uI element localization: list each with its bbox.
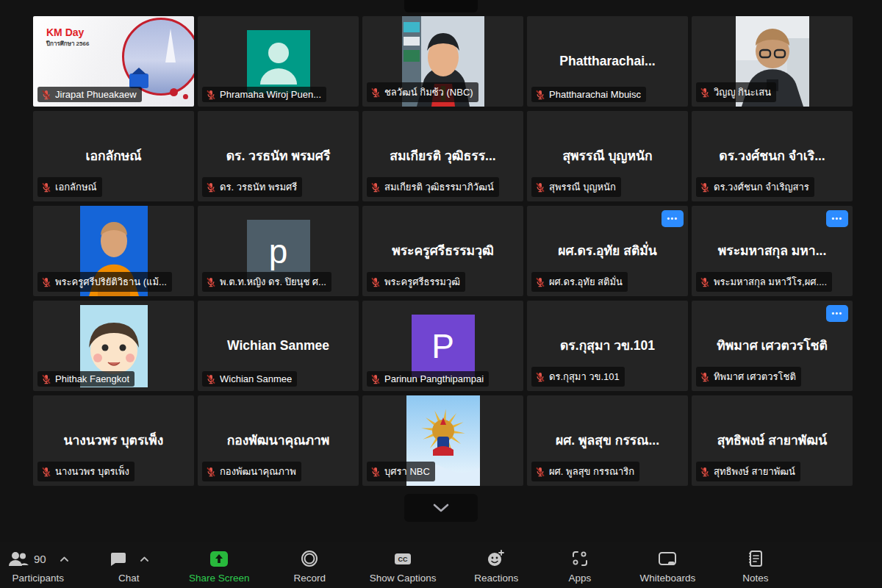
participant-tile[interactable]: Phithak Faengkot [33, 301, 194, 391]
participant-tile[interactable]: p พ.ต.ท.หญิง ดร. ปิยนุช ศ... [198, 206, 359, 296]
muted-mic-icon [370, 277, 381, 287]
participant-name-label: ดร.กุสุมา วข.101 [549, 369, 620, 384]
muted-mic-icon [206, 182, 216, 193]
toolbar-chat-button[interactable]: Chat [105, 548, 152, 584]
participant-name-label: พ.ต.ท.หญิง ดร. ปิยนุช ศ... [220, 274, 326, 290]
reactions-icon [487, 549, 506, 568]
participant-name-label: Phramaha Wiroj Puen... [220, 89, 321, 100]
participant-name-label: บุศรา NBC [384, 464, 430, 479]
participant-tile[interactable]: ดร. วรธนัท พรมศรี ดร. วรธนัท พรมศรี [198, 111, 359, 201]
gallery-next-button[interactable] [404, 494, 478, 522]
letter-avatar: P [412, 315, 475, 378]
participant-name-label: นางนวพร บุตรเพ็ง [55, 464, 129, 479]
muted-mic-icon [370, 87, 381, 98]
participant-tile[interactable]: Phattharachai... Phattharachai Mbuisc [527, 16, 688, 107]
chevron-up-icon [140, 556, 149, 562]
participant-tile[interactable]: ชลวัฒน์ กิมซ้ว (NBC) [362, 16, 523, 107]
participant-tile[interactable]: ผศ.ดร.อุทัย สติมั่น••• ผศ.ดร.อุทัย สติมั… [527, 206, 688, 296]
participant-name-label: ดร. วรธนัท พรมศรี [220, 179, 297, 195]
participant-tile[interactable]: ผศ. พูลสุข กรรณ... ผศ. พูลสุข กรรณาริก [527, 395, 688, 486]
participant-name-tag: สมเกียรติ วุฒิธรรมาภิวัฒน์ [367, 177, 499, 197]
participants-grid: KM Day ปีการศึกษา 2566 Jirapat Phueakaew… [33, 16, 853, 486]
toolbar-record-button[interactable]: Record [286, 548, 333, 584]
participant-name-tag: ดร. วรธนัท พรมศรี [202, 177, 302, 197]
muted-mic-icon [41, 182, 51, 193]
participant-name-label: พระมหาสกุล มหาวีโร,ผศ.... [714, 274, 827, 290]
participant-name-tag: ผศ.ดร.อุทัย สติมั่น [531, 272, 628, 292]
participant-name-label: พระครูศรีปริยัติวิธาน (แม้... [55, 274, 167, 290]
chevron-up-icon [60, 556, 69, 562]
participant-name-tag: ผศ. พูลสุข กรรณาริก [531, 462, 639, 481]
participant-tile[interactable]: สุทธิพงษ์ สายาพัฒน์ สุทธิพงษ์ สายาพัฒน์ [692, 395, 853, 486]
participant-name-tag: Phithak Faengkot [37, 371, 135, 387]
participant-name-tag: Jirapat Phueakaew [37, 87, 142, 102]
toolbar-chat-caret[interactable] [140, 556, 149, 562]
participant-tile[interactable]: ดร.วงศ์ชนก จำเริ... ดร.วงศ์ชนก จำเริญสาร [692, 111, 853, 201]
participant-name-tag: กองพัฒนาคุณภาพ [202, 462, 301, 481]
participant-name-label: Phattharachai Mbuisc [549, 89, 641, 100]
toolbar-notes-button[interactable]: Notes [732, 548, 779, 584]
muted-mic-icon [41, 277, 51, 287]
toolbar-share-screen-button[interactable]: Share Screen [189, 548, 250, 584]
participant-tile[interactable]: ทิพมาศ เศวตวรโชติ••• ทิพมาศ เศวตวรโชติ [692, 301, 853, 391]
toolbar-participants-button[interactable]: 90 Participants [7, 548, 69, 584]
muted-mic-icon [370, 182, 381, 193]
participant-name-label: ผศ. พูลสุข กรรณาริก [549, 464, 634, 479]
participant-tile[interactable]: พระครูศรีปริยัติวิธาน (แม้... [33, 206, 194, 296]
participant-name-tag: สุพรรณี บุญหนัก [531, 177, 621, 197]
participant-tile[interactable]: Phramaha Wiroj Puen... [198, 16, 359, 107]
toolbar-record-label: Record [293, 573, 326, 584]
muted-mic-icon [370, 467, 381, 477]
slide-logo [129, 74, 148, 88]
muted-mic-icon [41, 374, 51, 384]
participant-tile[interactable]: สมเกียรติ วุฒิธรร... สมเกียรติ วุฒิธรรมา… [362, 111, 523, 201]
participant-name-label: Wichian Sanmee [220, 373, 292, 384]
muted-mic-icon [535, 182, 545, 193]
toolbar-show-captions-button[interactable]: CC Show Captions [370, 548, 437, 584]
participant-name-tag: Wichian Sanmee [202, 371, 297, 387]
toolbar-show-captions-label: Show Captions [370, 573, 437, 584]
participant-name-label: Phithak Faengkot [55, 373, 129, 384]
participant-tile[interactable]: บุศรา NBC [362, 395, 523, 486]
participant-name-tag: พ.ต.ท.หญิง ดร. ปิยนุช ศ... [202, 272, 331, 292]
participant-name-label: ทิพมาศ เศวตวรโชติ [714, 369, 796, 384]
participant-tile[interactable]: Wichian Sanmee Wichian Sanmee [198, 301, 359, 391]
more-options-button[interactable]: ••• [826, 210, 848, 227]
muted-mic-icon [700, 277, 710, 287]
gallery-prev-button[interactable] [404, 0, 478, 12]
apps-icon [571, 550, 589, 567]
more-options-button[interactable]: ••• [662, 210, 684, 227]
participant-name-tag: ชลวัฒน์ กิมซ้ว (NBC) [367, 82, 478, 102]
participant-tile[interactable]: ดร.กุสุมา วข.101 ดร.กุสุมา วข.101 [527, 301, 688, 391]
toolbar-reactions-button[interactable]: Reactions [473, 548, 520, 584]
muted-mic-icon [41, 467, 51, 477]
slide-title: KM Day [46, 26, 84, 38]
participant-tile[interactable]: กองพัฒนาคุณภาพ กองพัฒนาคุณภาพ [198, 395, 359, 486]
meeting-stage: KM Day ปีการศึกษา 2566 Jirapat Phueakaew… [0, 0, 882, 542]
toolbar-apps-button[interactable]: Apps [556, 548, 603, 584]
participant-name-tag: พระมหาสกุล มหาวีโร,ผศ.... [696, 272, 832, 292]
participant-tile[interactable]: พระครูศรีธรรมวุฒิ พระครูศรีธรรมวุฒิ [362, 206, 523, 296]
toolbar-participants-caret[interactable] [60, 556, 69, 562]
toolbar-whiteboards-button[interactable]: Whiteboards [640, 548, 696, 584]
participant-tile[interactable]: พระมหาสกุล มหา...••• พระมหาสกุล มหาวีโร,… [692, 206, 853, 296]
muted-mic-icon [700, 182, 710, 193]
participant-tile[interactable]: วิญญู กินะเสน [692, 16, 853, 107]
toolbar-chat-label: Chat [118, 573, 140, 584]
more-options-button[interactable]: ••• [826, 305, 848, 322]
muted-mic-icon [700, 87, 710, 98]
participant-tile[interactable]: สุพรรณี บุญหนัก สุพรรณี บุญหนัก [527, 111, 688, 201]
toolbar-participants-label: Participants [12, 573, 65, 584]
participant-tile[interactable]: P Parinun Pangthipampai [362, 301, 523, 391]
muted-mic-icon [206, 90, 216, 100]
participant-name-tag: พระครูศรีธรรมวุฒิ [367, 272, 465, 292]
participants-count: 90 [34, 553, 46, 565]
participant-tile[interactable]: เอกลักษณ์ เอกลักษณ์ [33, 111, 194, 201]
participant-name-tag: วิญญู กินะเสน [696, 82, 776, 102]
muted-mic-icon [206, 467, 216, 477]
participant-tile[interactable]: KM Day ปีการศึกษา 2566 Jirapat Phueakaew [33, 16, 194, 107]
participant-name-label: วิญญู กินะเสน [714, 85, 771, 100]
participant-name-label: ดร.วงศ์ชนก จำเริญสาร [714, 179, 809, 195]
record-icon [301, 550, 318, 567]
participant-tile[interactable]: นางนวพร บุตรเพ็ง นางนวพร บุตรเพ็ง [33, 395, 194, 486]
